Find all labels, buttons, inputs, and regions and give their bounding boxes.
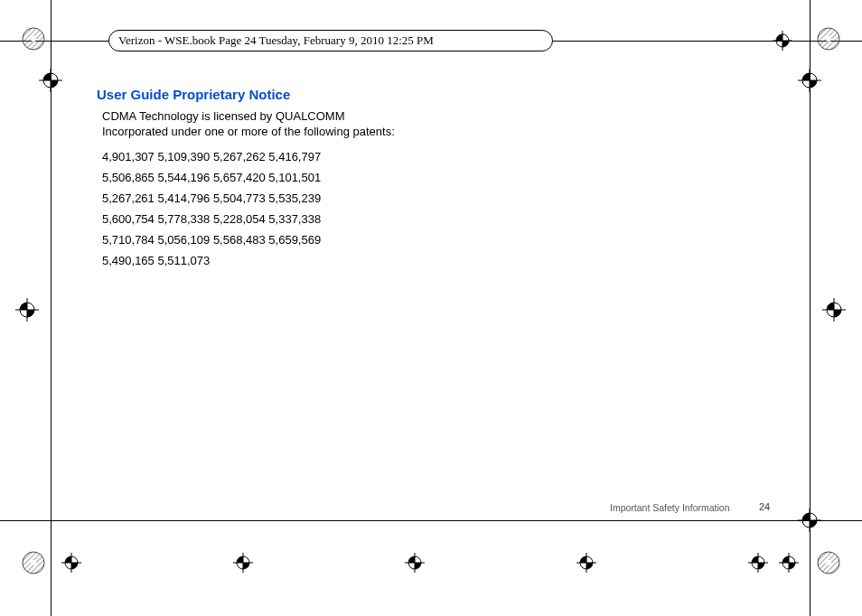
- crosshair-icon: [405, 553, 425, 573]
- patent-row: 5,267,261 5,414,796 5,504,773 5,535,239: [102, 188, 321, 209]
- svg-point-5: [826, 36, 831, 42]
- patent-row: 5,506,865 5,544,196 5,657,420 5,101,501: [102, 167, 321, 188]
- registration-mark-icon: [22, 551, 45, 574]
- patent-row: 5,600,754 5,778,338 5,228,054 5,337,338: [102, 209, 321, 229]
- crosshair-icon: [798, 509, 821, 532]
- footer-page-number: 24: [759, 501, 770, 512]
- crosshair-icon: [15, 298, 39, 322]
- registration-mark-icon: [817, 551, 840, 574]
- crosshair-icon: [233, 553, 253, 573]
- registration-mark-icon: [817, 27, 840, 51]
- crosshair-icon: [798, 69, 821, 92]
- patent-row: 4,901,307 5,109,390 5,267,262 5,416,797: [102, 146, 321, 167]
- crosshair-icon: [779, 553, 799, 573]
- svg-point-2: [31, 36, 36, 42]
- crosshair-icon: [61, 553, 81, 573]
- crosshair-icon: [39, 69, 62, 92]
- intro-paragraph: CDMA Technology is licensed by QUALCOMM …: [102, 108, 409, 139]
- crosshair-icon: [576, 553, 596, 573]
- header-filename: Verizon - WSE.book Page 24 Tuesday, Febr…: [108, 30, 553, 51]
- patent-row: 5,710,784 5,056,109 5,568,483 5,659,569: [102, 229, 321, 250]
- footer-section-label: Important Safety Information: [610, 502, 729, 513]
- registration-mark-icon: [22, 27, 45, 51]
- section-heading: User Guide Proprietary Notice: [97, 87, 290, 102]
- bottom-rule: [0, 520, 862, 521]
- svg-point-11: [826, 560, 831, 565]
- crosshair-icon: [773, 31, 792, 51]
- svg-point-8: [31, 560, 36, 565]
- patent-list: 4,901,307 5,109,390 5,267,262 5,416,797 …: [102, 146, 321, 271]
- patent-row: 5,490,165 5,511,073: [102, 250, 321, 271]
- crosshair-icon: [748, 553, 768, 573]
- left-rule: [51, 0, 52, 616]
- crosshair-icon: [822, 298, 846, 322]
